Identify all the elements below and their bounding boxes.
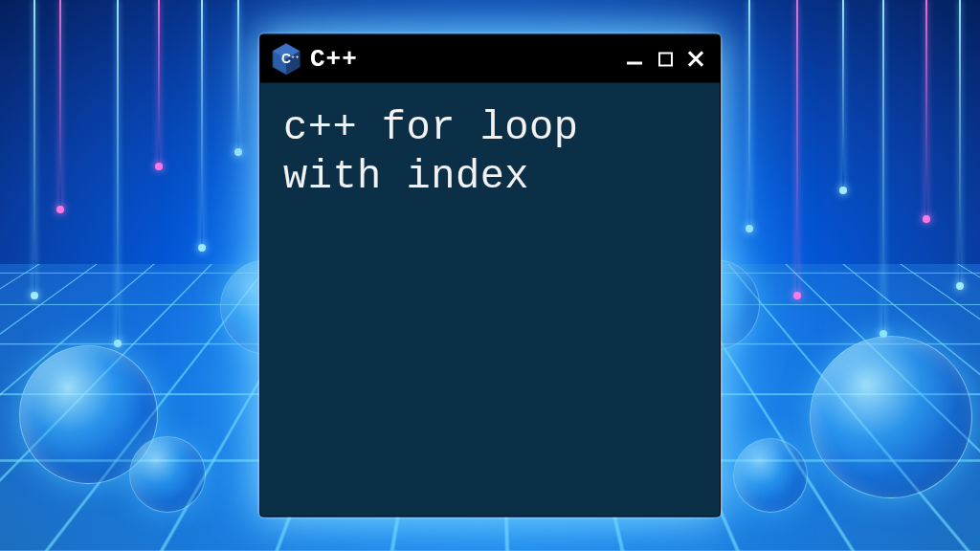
- window-title: C++: [310, 45, 614, 74]
- terminal-text: c++ for loop with index: [283, 104, 697, 202]
- close-button[interactable]: [685, 49, 706, 70]
- svg-text:+: +: [291, 54, 295, 59]
- maximize-icon: [658, 52, 673, 66]
- svg-text:+: +: [296, 54, 300, 59]
- titlebar[interactable]: C + + C++: [260, 35, 720, 83]
- close-icon: [687, 51, 704, 68]
- minimize-icon: [627, 61, 642, 64]
- cpp-hexagon-icon: C + +: [272, 43, 301, 76]
- terminal-body[interactable]: c++ for loop with index: [260, 83, 720, 517]
- window-controls: [624, 49, 706, 70]
- minimize-button[interactable]: [624, 49, 645, 70]
- maximize-button[interactable]: [655, 49, 676, 70]
- svg-text:C: C: [281, 52, 291, 66]
- terminal-window: C + + C++ c++ for loop with index: [259, 34, 721, 518]
